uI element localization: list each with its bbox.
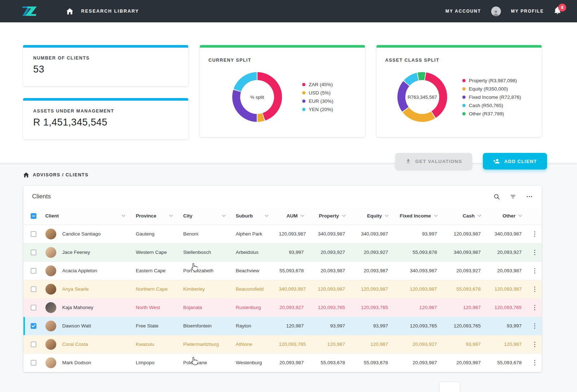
nav-section-label[interactable]: RESEARCH LIBRARY: [81, 9, 139, 14]
table-row[interactable]: Jace FeeneyWestern CapeStellenboschArbei…: [23, 243, 542, 261]
column-header-equity[interactable]: Equity: [350, 207, 393, 225]
cell-property: 120,093,987: [309, 280, 350, 298]
more-options-button[interactable]: [526, 193, 533, 200]
column-header-property[interactable]: Property: [309, 207, 350, 225]
column-header-fixed-income[interactable]: Fixed Income: [393, 207, 442, 225]
download-icon: [405, 158, 411, 164]
currency-legend: ZAR (45%)USD (5%)EUR (30%)YEN (20%): [302, 82, 333, 112]
row-menu-button[interactable]: [532, 323, 537, 329]
row-menu-button[interactable]: [532, 304, 537, 311]
table-row[interactable]: Kaja MahoneyNorth WestBojanalaRustenburg…: [23, 298, 542, 317]
my-profile-link[interactable]: MY PROFILE: [511, 9, 544, 14]
dashboard-summary: NUMBER OF CLIENTS 53 ASSETS UNDER MANAGE…: [0, 22, 577, 163]
cell-province: Western Cape: [130, 243, 177, 261]
user-avatar[interactable]: [491, 6, 501, 16]
pagination-button[interactable]: [439, 382, 460, 392]
select-all-checkbox[interactable]: [31, 213, 36, 219]
column-label: Other: [502, 213, 515, 219]
notifications-button[interactable]: 8: [554, 6, 561, 16]
chevron-down-icon: [342, 215, 346, 217]
column-header-aum[interactable]: AUM: [273, 207, 309, 225]
cell-aum: 55,093,678: [273, 261, 309, 280]
row-menu-button[interactable]: [532, 360, 537, 366]
cell-property: 20,093,927: [309, 243, 350, 261]
avatar: [45, 229, 56, 239]
legend-dot: [462, 96, 466, 99]
chevron-down-icon: [434, 215, 438, 217]
donut-center-label: R763,345,567: [408, 94, 437, 100]
row-checkbox[interactable]: [31, 305, 36, 310]
add-client-button[interactable]: ADD CLIENT: [483, 153, 547, 169]
table-row[interactable]: Acacia AppletonEastern CapePort Elizabet…: [23, 261, 542, 280]
row-checkbox[interactable]: [31, 286, 36, 292]
cell-client: Dawson Watt: [40, 317, 130, 335]
cell-city: Bloemfontein: [177, 317, 230, 335]
column-header-cash[interactable]: Cash: [442, 207, 486, 225]
cell-cash: 20,093,987: [442, 353, 486, 372]
cell-client: Candice Santiago: [40, 225, 130, 243]
cell-suburb: Alphen Park: [230, 225, 273, 243]
cell-city: Kimberley: [177, 280, 230, 298]
column-label: Client: [45, 213, 59, 219]
row-checkbox[interactable]: [31, 250, 36, 255]
legend-dot: [462, 87, 466, 91]
stat-label: ASSETS UNDER MANAGEMENT: [33, 109, 178, 114]
legend-dot: [302, 91, 305, 94]
row-menu-button[interactable]: [532, 231, 537, 237]
cell-equity: 93,997: [350, 317, 393, 335]
row-menu-button[interactable]: [532, 249, 537, 256]
row-checkbox[interactable]: [31, 323, 36, 329]
currency-split-card: CURRENY SPLIT % split ZAR (45%)USD (5%)E…: [200, 45, 365, 137]
chevron-down-icon: [518, 215, 522, 217]
client-name: Kaja Mahoney: [62, 305, 93, 310]
table-row[interactable]: Candice SantiagoGautengBenoniAlphen Park…: [23, 225, 542, 243]
home-nav-button[interactable]: [66, 8, 73, 14]
row-menu-button[interactable]: [532, 341, 537, 348]
cell-client: Anya Searle: [40, 280, 130, 298]
cell-client: Coral Costa: [40, 335, 130, 353]
cell-property: 93,997: [309, 317, 350, 335]
chevron-down-icon: [477, 215, 481, 217]
cell-aum: 120,093,765: [273, 335, 309, 353]
table-row[interactable]: Anya SearleNorthern CapeKimberleyBeacons…: [23, 280, 542, 298]
search-button[interactable]: [493, 193, 500, 200]
cell-equity: 20,093,927: [350, 243, 393, 261]
app-logo[interactable]: [20, 5, 40, 17]
row-checkbox[interactable]: [31, 360, 36, 366]
column-header-suburb[interactable]: Suburb: [230, 207, 273, 225]
cell-property: 120,987: [309, 335, 350, 353]
row-checkbox[interactable]: [31, 268, 36, 274]
my-account-link[interactable]: MY ACCOUNT: [445, 9, 481, 14]
table-row[interactable]: Mark DodsonLimpopoPolekwaneWestenburg20,…: [23, 353, 542, 372]
legend-item: ZAR (45%): [302, 82, 333, 87]
cell-suburb: Arbeidslus: [230, 243, 273, 261]
stat-label: NUMBER OF CLIENTS: [33, 56, 178, 61]
legend-dot: [302, 100, 305, 103]
row-checkbox[interactable]: [31, 231, 36, 237]
avatar: [45, 284, 56, 295]
column-header-other[interactable]: Other: [486, 207, 527, 225]
row-checkbox[interactable]: [31, 342, 36, 347]
cell-city: Benoni: [177, 225, 230, 243]
table-row[interactable]: Coral CostaKwazuluPietermaritzburgAthlon…: [23, 335, 542, 353]
column-header-city[interactable]: City: [177, 207, 230, 225]
get-valuations-button[interactable]: GET VALUATIONS: [395, 153, 472, 169]
legend-item: Equity (R350,000): [462, 86, 521, 92]
person-add-icon: [493, 158, 500, 164]
column-header-client[interactable]: Client: [40, 207, 130, 225]
cell-fixed_income: 93,997: [393, 225, 442, 243]
client-name: Dawson Watt: [62, 323, 91, 329]
client-name: Candice Santiago: [62, 231, 101, 237]
row-menu-button[interactable]: [532, 268, 537, 274]
column-header-province[interactable]: Province: [130, 207, 177, 225]
cell-other: 20,093,927: [486, 243, 527, 261]
breadcrumb[interactable]: ADVISORS / CLIENTS: [23, 172, 542, 177]
row-menu-button[interactable]: [532, 286, 537, 292]
legend-label: Fixed Income (R72,876): [469, 94, 521, 100]
filter-button[interactable]: [510, 193, 516, 200]
column-label: Province: [136, 213, 156, 219]
table-row[interactable]: Dawson WattFree StateBloemfonteinRayton1…: [23, 317, 542, 335]
currency-donut-chart: % split: [232, 72, 282, 122]
chevron-down-icon: [222, 215, 226, 217]
cell-suburb: Beaconsfield: [230, 280, 273, 298]
